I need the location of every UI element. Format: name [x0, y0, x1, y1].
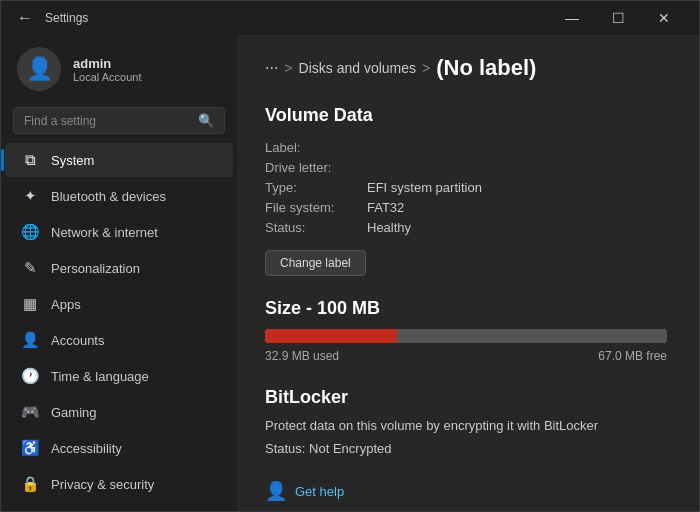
- help-icon: 👤: [265, 480, 287, 502]
- sidebar-item-system[interactable]: ⧉ System: [5, 143, 233, 177]
- sidebar-item-label-time: Time & language: [51, 369, 149, 384]
- breadcrumb-sep-1: >: [284, 60, 292, 76]
- sidebar-item-label-bluetooth: Bluetooth & devices: [51, 189, 166, 204]
- accounts-icon: 👤: [21, 331, 39, 349]
- sidebar-item-label-network: Network & internet: [51, 225, 158, 240]
- breadcrumb-current: (No label): [436, 55, 536, 81]
- sidebar-item-privacy[interactable]: 🔒 Privacy & security: [5, 467, 233, 501]
- sidebar-item-accounts[interactable]: 👤 Accounts: [5, 323, 233, 357]
- minimize-button[interactable]: —: [549, 1, 595, 35]
- sidebar-item-network[interactable]: 🌐 Network & internet: [5, 215, 233, 249]
- bitlocker-description: Protect data on this volume by encryptin…: [265, 418, 667, 433]
- maximize-button[interactable]: ☐: [595, 1, 641, 35]
- bitlocker-section: BitLocker Protect data on this volume by…: [265, 387, 667, 456]
- label-key: Label:: [265, 140, 355, 155]
- privacy-icon: 🔒: [21, 475, 39, 493]
- nav-item-wrapper-system: ⧉ System: [1, 142, 237, 178]
- sidebar-item-time[interactable]: 🕐 Time & language: [5, 359, 233, 393]
- accessibility-icon: ♿: [21, 439, 39, 457]
- sidebar-item-label-privacy: Privacy & security: [51, 477, 154, 492]
- title-bar: ← Settings — ☐ ✕: [1, 1, 699, 35]
- sidebar-item-label-apps: Apps: [51, 297, 81, 312]
- personalization-icon: ✎: [21, 259, 39, 277]
- status-row: Status: Healthy: [265, 220, 667, 235]
- sidebar-item-personalization[interactable]: ✎ Personalization: [5, 251, 233, 285]
- bluetooth-icon: ✦: [21, 187, 39, 205]
- search-input[interactable]: [24, 114, 190, 128]
- label-row: Label:: [265, 140, 667, 155]
- type-row: Type: EFI system partition: [265, 180, 667, 195]
- bitlocker-title: BitLocker: [265, 387, 667, 408]
- drive-letter-row: Drive letter:: [265, 160, 667, 175]
- sidebar-item-label-accounts: Accounts: [51, 333, 104, 348]
- user-name: admin: [73, 56, 142, 71]
- breadcrumb-sep-2: >: [422, 60, 430, 76]
- sidebar-item-apps[interactable]: ▦ Apps: [5, 287, 233, 321]
- size-labels: 32.9 MB used 67.0 MB free: [265, 349, 667, 363]
- sidebar-item-accessibility[interactable]: ♿ Accessibility: [5, 431, 233, 465]
- network-icon: 🌐: [21, 223, 39, 241]
- search-icon: 🔍: [198, 113, 214, 128]
- type-key: Type:: [265, 180, 355, 195]
- filesystem-row: File system: FAT32: [265, 200, 667, 215]
- close-button[interactable]: ✕: [641, 1, 687, 35]
- bitlocker-status: Status: Not Encrypted: [265, 441, 667, 456]
- breadcrumb-disks-link[interactable]: Disks and volumes: [299, 60, 417, 76]
- settings-window: ← Settings — ☐ ✕ 👤 admin Local Account: [0, 0, 700, 512]
- status-key: Status:: [265, 220, 355, 235]
- sidebar-item-label-system: System: [51, 153, 94, 168]
- size-used-label: 32.9 MB used: [265, 349, 339, 363]
- filesystem-value: FAT32: [367, 200, 404, 215]
- user-info: admin Local Account: [73, 56, 142, 83]
- size-progress-bar-fill: [265, 329, 397, 343]
- avatar: 👤: [17, 47, 61, 91]
- breadcrumb-dots[interactable]: ···: [265, 59, 278, 77]
- get-help-label: Get help: [295, 484, 344, 499]
- sidebar-item-gaming[interactable]: 🎮 Gaming: [5, 395, 233, 429]
- type-value: EFI system partition: [367, 180, 482, 195]
- sidebar-item-label-personalization: Personalization: [51, 261, 140, 276]
- user-role: Local Account: [73, 71, 142, 83]
- window-controls: — ☐ ✕: [549, 1, 687, 35]
- main-content: ··· > Disks and volumes > (No label) Vol…: [237, 35, 699, 511]
- sidebar: 👤 admin Local Account 🔍 ⧉ System: [1, 35, 237, 511]
- breadcrumb: ··· > Disks and volumes > (No label): [265, 55, 667, 81]
- user-area: 👤 admin Local Account: [1, 35, 237, 107]
- drive-letter-key: Drive letter:: [265, 160, 355, 175]
- search-box[interactable]: 🔍: [13, 107, 225, 134]
- size-free-label: 67.0 MB free: [598, 349, 667, 363]
- apps-icon: ▦: [21, 295, 39, 313]
- sidebar-item-bluetooth[interactable]: ✦ Bluetooth & devices: [5, 179, 233, 213]
- window-title: Settings: [45, 11, 88, 25]
- time-icon: 🕐: [21, 367, 39, 385]
- active-indicator: [1, 149, 4, 171]
- title-bar-left: ← Settings: [13, 7, 88, 29]
- get-help-link[interactable]: 👤 Get help: [265, 480, 667, 502]
- size-section: Size - 100 MB 32.9 MB used 67.0 MB free: [265, 298, 667, 363]
- change-label-button[interactable]: Change label: [265, 250, 366, 276]
- size-progress-bar-bg: [265, 329, 667, 343]
- volume-data-title: Volume Data: [265, 105, 667, 126]
- sidebar-item-update[interactable]: ↻ Windows Update: [5, 503, 233, 511]
- app-body: 👤 admin Local Account 🔍 ⧉ System: [1, 35, 699, 511]
- filesystem-key: File system:: [265, 200, 355, 215]
- system-icon: ⧉: [21, 151, 39, 169]
- status-value: Healthy: [367, 220, 411, 235]
- gaming-icon: 🎮: [21, 403, 39, 421]
- avatar-icon: 👤: [26, 56, 53, 82]
- sidebar-item-label-gaming: Gaming: [51, 405, 97, 420]
- sidebar-item-label-accessibility: Accessibility: [51, 441, 122, 456]
- size-title: Size - 100 MB: [265, 298, 667, 319]
- back-button[interactable]: ←: [13, 7, 37, 29]
